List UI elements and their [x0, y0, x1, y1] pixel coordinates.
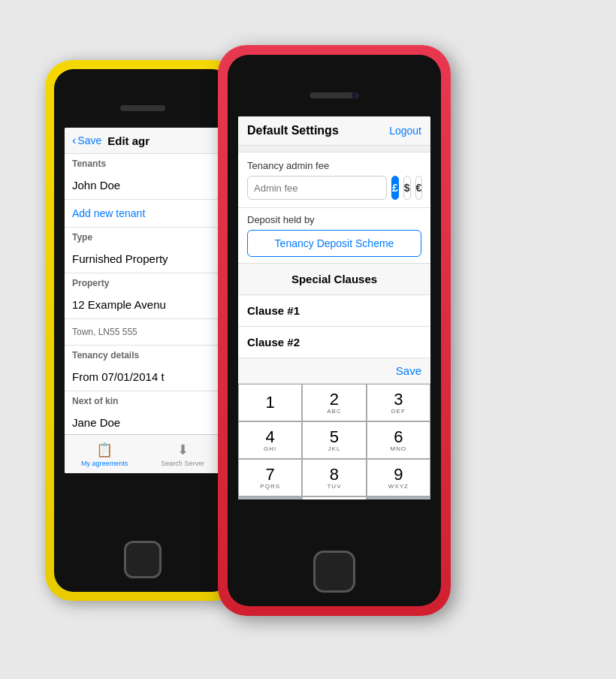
currency-gbp-button[interactable]: £	[391, 176, 399, 200]
deposit-section: Deposit held by Tenancy Deposit Scheme	[238, 208, 430, 264]
admin-fee-label: Tenancy admin fee	[247, 160, 421, 171]
property-header: Property	[65, 273, 221, 291]
special-clauses-header: Special Clauses	[238, 264, 430, 295]
tab-my-agreements-label: My agreements	[81, 460, 128, 467]
usd-symbol: $	[404, 182, 410, 194]
keyboard-row-4: . 0 ⌫	[238, 496, 430, 499]
admin-fee-row: £ $ €	[247, 176, 421, 200]
yellow-iphone: ‹ Save Edit agr Tenants John Doe Add new…	[45, 60, 240, 601]
property-town: Town, LN55 555	[65, 319, 221, 346]
key-0[interactable]: 0	[302, 496, 366, 499]
save-button[interactable]: Save	[396, 364, 421, 377]
back-label: Save	[77, 134, 101, 146]
red-nav-title: Default Settings	[247, 124, 339, 137]
currency-eur-button[interactable]: €	[415, 176, 423, 200]
key-6[interactable]: 6 MNO	[367, 421, 430, 459]
property-address: 12 Example Avenu	[65, 291, 221, 319]
next-of-kin-header: Next of kin	[65, 391, 221, 409]
gbp-symbol: £	[392, 182, 398, 194]
red-camera	[352, 92, 358, 98]
tenants-header: Tenants	[65, 154, 221, 171]
numeric-keyboard: 1 2 ABC 3 DEF 4	[238, 384, 430, 499]
key-4[interactable]: 4 GHI	[238, 421, 302, 459]
key-8[interactable]: 8 TUV	[302, 459, 366, 496]
key-5[interactable]: 5 JKL	[302, 421, 366, 459]
tenancy-details-header: Tenancy details	[65, 346, 221, 363]
admin-fee-section: Tenancy admin fee £ $ €	[238, 152, 430, 208]
keyboard-row-2: 4 GHI 5 JKL 6 MNO	[238, 421, 430, 459]
tab-search-server-label: Search Server	[161, 460, 204, 467]
deposit-label: Deposit held by	[247, 214, 421, 225]
type-header: Type	[65, 228, 221, 245]
key-1[interactable]: 1	[238, 384, 302, 421]
search-server-icon: ⬇	[177, 442, 189, 458]
yellow-nav-bar: ‹ Save Edit agr	[65, 128, 221, 154]
tenant-john-doe: John Doe	[65, 171, 221, 200]
yellow-nav-title: Edit agr	[107, 134, 149, 147]
tab-my-agreements[interactable]: 📋 My agreements	[81, 442, 128, 467]
yellow-home-button[interactable]	[124, 541, 162, 578]
add-new-tenant-button[interactable]: Add new tenant	[65, 200, 221, 228]
back-chevron-icon: ‹	[72, 134, 76, 147]
admin-fee-input[interactable]	[247, 176, 387, 200]
key-dot[interactable]: .	[238, 496, 302, 499]
clause-2[interactable]: Clause #2	[238, 327, 430, 358]
key-9[interactable]: 9 WXYZ	[367, 459, 430, 496]
key-2[interactable]: 2 ABC	[302, 384, 366, 421]
red-screen: Default Settings Logout Tenancy admin fe…	[238, 116, 430, 499]
next-of-kin-name: Jane Doe	[65, 409, 221, 437]
tab-search-server[interactable]: ⬇ Search Server	[161, 442, 204, 467]
save-row: Save	[238, 358, 430, 384]
tenancy-dates: From 07/01/2014 t	[65, 363, 221, 391]
deposit-scheme-button[interactable]: Tenancy Deposit Scheme	[247, 230, 421, 257]
key-3[interactable]: 3 DEF	[367, 384, 430, 421]
agreements-icon: 📋	[96, 442, 113, 458]
back-button[interactable]: ‹ Save	[72, 134, 101, 147]
eur-symbol: €	[416, 182, 422, 194]
red-iphone: Default Settings Logout Tenancy admin fe…	[218, 45, 451, 616]
property-type: Furnished Property	[65, 245, 221, 273]
deposit-scheme-label: Tenancy Deposit Scheme	[275, 237, 394, 249]
currency-usd-button[interactable]: $	[403, 176, 411, 200]
yellow-speaker	[120, 105, 165, 111]
yellow-tabbar: 📋 My agreements ⬇ Search Server	[65, 434, 221, 473]
clause-1[interactable]: Clause #1	[238, 295, 430, 327]
red-home-button[interactable]	[313, 551, 355, 593]
key-backspace[interactable]: ⌫	[367, 496, 430, 499]
keyboard-row-1: 1 2 ABC 3 DEF	[238, 384, 430, 421]
yellow-screen: ‹ Save Edit agr Tenants John Doe Add new…	[65, 128, 221, 473]
red-nav-bar: Default Settings Logout	[238, 116, 430, 146]
logout-button[interactable]: Logout	[389, 125, 421, 137]
keyboard-row-3: 7 PQRS 8 TUV 9 WXYZ	[238, 459, 430, 496]
key-7[interactable]: 7 PQRS	[238, 459, 302, 496]
